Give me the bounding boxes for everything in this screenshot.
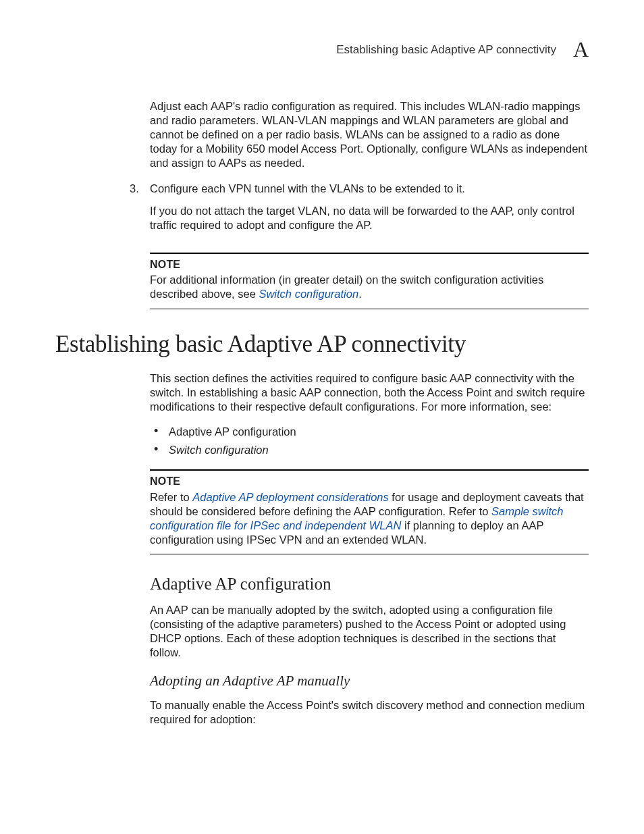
heading-3: Adopting an Adaptive AP manually	[150, 672, 589, 690]
note-text: Refer to Adaptive AP deployment consider…	[150, 490, 589, 547]
continuation-paragraph: Adjust each AAP's radio configuration as…	[150, 99, 589, 171]
link-switch-configuration[interactable]: Switch configuration	[259, 288, 358, 300]
step-number: 3.	[130, 182, 150, 240]
note-block-2: NOTE Refer to Adaptive AP deployment con…	[150, 469, 589, 554]
bullet-2-text: Switch configuration	[169, 444, 269, 456]
note1-post: .	[358, 288, 362, 300]
note-label: NOTE	[150, 258, 589, 271]
section-body: This section defines the activities requ…	[150, 371, 589, 727]
h3-paragraph: To manually enable the Access Point's sw…	[150, 698, 589, 727]
running-title: Establishing basic Adaptive AP connectiv…	[336, 43, 556, 57]
ordered-step-3: 3. Configure each VPN tunnel with the VL…	[130, 182, 589, 240]
link-aap-deployment-considerations[interactable]: Adaptive AP deployment considerations	[192, 491, 388, 503]
note-text: For additional information (in greater d…	[150, 273, 589, 301]
heading-1: Establishing basic Adaptive AP connectiv…	[55, 331, 589, 358]
note2-pre: Refer to	[150, 491, 192, 503]
step-text-1: Configure each VPN tunnel with the VLANs…	[150, 182, 589, 196]
aap-config-paragraph: An AAP can be manually adopted by the sw…	[150, 603, 589, 660]
appendix-letter: A	[573, 37, 589, 62]
note-label: NOTE	[150, 475, 589, 488]
document-page: Establishing basic Adaptive AP connectiv…	[0, 0, 644, 834]
body-column: Adjust each AAP's radio configuration as…	[150, 99, 589, 309]
note-block-1: NOTE For additional information (in grea…	[150, 253, 589, 309]
bullet-list: Adaptive AP configuration Switch configu…	[150, 425, 589, 457]
step-text-2: If you do not attach the target VLAN, no…	[150, 204, 589, 232]
list-item: Adaptive AP configuration	[150, 425, 589, 439]
list-item: Switch configuration	[150, 443, 589, 457]
heading-2: Adaptive AP configuration	[150, 573, 589, 595]
running-header: Establishing basic Adaptive AP connectiv…	[55, 37, 589, 62]
bullet-1-text: Adaptive AP configuration	[169, 425, 296, 438]
section-intro-paragraph: This section defines the activities requ…	[150, 371, 589, 414]
step-body: Configure each VPN tunnel with the VLANs…	[150, 182, 589, 240]
